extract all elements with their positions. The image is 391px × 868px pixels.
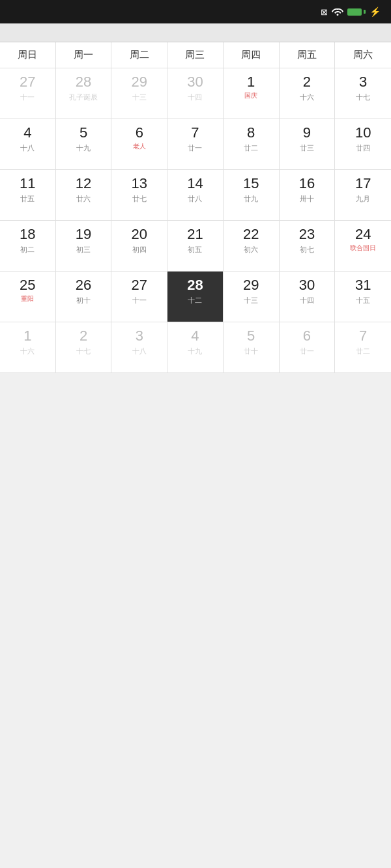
day-number: 1	[247, 74, 255, 91]
day-number: 6	[136, 124, 143, 141]
day-number: 28	[187, 277, 203, 294]
day-lunar: 廿二	[356, 346, 370, 356]
day-cell-w1d5[interactable]: 9廿三	[280, 119, 336, 170]
day-lunar: 廿十	[244, 346, 258, 356]
day-cell-w1d2[interactable]: 6老人	[111, 119, 167, 170]
day-lunar: 廿八	[188, 194, 202, 203]
weekday-header-row: 周日周一周二周三周四周五周六	[0, 42, 391, 68]
day-cell-w3d3[interactable]: 21初五	[167, 221, 224, 272]
day-cell-w0d2[interactable]: 29十三	[111, 68, 167, 119]
day-cell-w1d3[interactable]: 7廿一	[167, 119, 224, 170]
day-lunar: 十九	[188, 346, 202, 356]
day-lunar: 十二	[188, 296, 202, 305]
day-number: 20	[132, 226, 147, 243]
day-number: 25	[20, 277, 35, 294]
day-cell-w5d5[interactable]: 6廿一	[280, 322, 336, 373]
day-number: 7	[359, 328, 367, 344]
day-cell-w5d2[interactable]: 3十八	[111, 322, 167, 373]
day-cell-w1d4[interactable]: 8廿二	[224, 119, 280, 170]
weekday-cell-4: 周四	[224, 42, 280, 68]
day-lunar: 九月	[356, 194, 370, 203]
day-lunar: 初四	[132, 245, 147, 254]
day-number: 4	[191, 328, 199, 344]
charging-icon: ⚡	[369, 7, 381, 17]
prev-month-button[interactable]	[10, 30, 21, 35]
day-lunar: 十六	[300, 92, 314, 102]
day-number: 30	[299, 277, 315, 294]
day-lunar: 十五	[356, 296, 370, 305]
day-number: 10	[355, 124, 371, 141]
day-cell-w5d0[interactable]: 1十六	[0, 322, 56, 373]
day-cell-w2d2[interactable]: 13廿七	[111, 170, 167, 221]
day-lunar: 廿五	[20, 194, 35, 203]
day-lunar: 十九	[76, 143, 91, 152]
weekday-cell-2: 周二	[111, 42, 167, 68]
day-lunar: 初三	[76, 245, 91, 254]
day-cell-w4d3[interactable]: 28十二	[167, 272, 224, 322]
day-number: 22	[243, 226, 259, 243]
day-cell-w1d6[interactable]: 10廿四	[335, 119, 391, 170]
day-lunar: 初二	[20, 245, 35, 254]
day-cell-w3d4[interactable]: 22初六	[224, 221, 280, 272]
day-cell-w5d4[interactable]: 5廿十	[224, 322, 280, 373]
day-lunar: 廿三	[300, 143, 314, 152]
day-cell-w3d0[interactable]: 18初二	[0, 221, 56, 272]
day-cell-w4d2[interactable]: 27十一	[111, 272, 167, 322]
weekday-cell-0: 周日	[0, 42, 56, 68]
day-number: 2	[80, 328, 87, 344]
day-lunar: 廿一	[188, 143, 202, 152]
day-lunar: 廿七	[132, 194, 147, 203]
day-cell-w4d6[interactable]: 31十五	[335, 272, 391, 322]
day-cell-w5d3[interactable]: 4十九	[167, 322, 224, 373]
day-number: 4	[23, 124, 31, 141]
day-cell-w4d0[interactable]: 25重阳	[0, 272, 56, 322]
day-cell-w3d1[interactable]: 19初三	[56, 221, 112, 272]
day-cell-w3d5[interactable]: 23初七	[280, 221, 336, 272]
day-cell-w0d3[interactable]: 30十四	[167, 68, 224, 119]
day-cell-w4d4[interactable]: 29十三	[224, 272, 280, 322]
day-cell-w4d1[interactable]: 26初十	[56, 272, 112, 322]
day-number: 5	[247, 328, 255, 344]
day-cell-w4d5[interactable]: 30十四	[280, 272, 336, 322]
day-lunar: 十四	[300, 296, 314, 305]
day-lunar: 初十	[76, 296, 91, 305]
day-cell-w2d6[interactable]: 17九月	[335, 170, 391, 221]
weekday-cell-5: 周五	[280, 42, 336, 68]
day-cell-w5d1[interactable]: 2十七	[56, 322, 112, 373]
day-cell-w0d4[interactable]: 1国庆	[224, 68, 280, 119]
day-cell-w5d6[interactable]: 7廿二	[335, 322, 391, 373]
day-cell-w2d1[interactable]: 12廿六	[56, 170, 112, 221]
day-cell-w0d6[interactable]: 3十七	[335, 68, 391, 119]
day-number: 12	[76, 175, 91, 192]
day-lunar: 十三	[132, 92, 147, 102]
day-lunar: 十七	[76, 346, 91, 356]
status-bar: ⊠ ⚡	[0, 0, 391, 23]
day-cell-w0d0[interactable]: 27十一	[0, 68, 56, 119]
day-cell-w2d5[interactable]: 16卅十	[280, 170, 336, 221]
day-number: 2	[303, 74, 311, 91]
day-lunar: 十六	[20, 346, 35, 356]
next-month-button[interactable]	[370, 30, 381, 35]
weekday-cell-3: 周三	[167, 42, 224, 68]
day-number: 3	[136, 328, 143, 344]
day-cell-w3d2[interactable]: 20初四	[111, 221, 167, 272]
day-cell-w2d3[interactable]: 14廿八	[167, 170, 224, 221]
day-cell-w0d5[interactable]: 2十六	[280, 68, 336, 119]
day-number: 27	[20, 74, 35, 91]
day-number: 30	[187, 74, 203, 91]
day-number: 1	[23, 328, 31, 344]
day-cell-w3d6[interactable]: 24联合国日	[335, 221, 391, 272]
day-number: 29	[132, 74, 147, 91]
calendar-grid-wrap: 27十一28孔子诞辰29十三30十四1国庆2十六3十七4十八5十九6老人7廿一8…	[0, 68, 391, 373]
day-number: 16	[299, 175, 315, 192]
day-cell-w1d1[interactable]: 5十九	[56, 119, 112, 170]
day-number: 27	[132, 277, 147, 294]
day-lunar: 卅十	[300, 194, 314, 203]
day-cell-w2d0[interactable]: 11廿五	[0, 170, 56, 221]
signal-icon: ⊠	[321, 7, 328, 17]
day-cell-w0d1[interactable]: 28孔子诞辰	[56, 68, 112, 119]
day-cell-w1d0[interactable]: 4十八	[0, 119, 56, 170]
calendar-grid: 27十一28孔子诞辰29十三30十四1国庆2十六3十七4十八5十九6老人7廿一8…	[0, 68, 391, 373]
day-lunar: 国庆	[244, 91, 257, 100]
day-cell-w2d4[interactable]: 15廿九	[224, 170, 280, 221]
